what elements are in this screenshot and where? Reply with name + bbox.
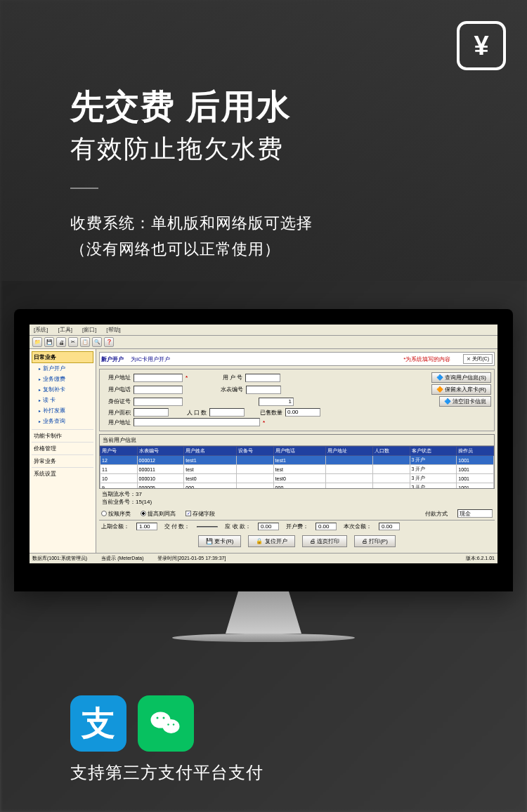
menu-system[interactable]: [系统] [34, 326, 48, 334]
query-user-button[interactable]: 🔷 查询用户信息(S) [431, 372, 491, 383]
content-panel: 新户开户 为IC卡用户开户 *为系统填写的内容 ⤫ 关闭(C) 用户地址 * 用… [96, 349, 497, 553]
toolbar-btn[interactable]: ✂ [68, 337, 78, 347]
table-header[interactable]: 客户状态 [410, 447, 457, 456]
thisamount-value: 0.00 [379, 523, 400, 530]
sidebar-item-reprint[interactable]: 补打发票 [32, 405, 93, 416]
checkbox-store[interactable]: ✓存储字段 [186, 510, 215, 518]
input-idno[interactable] [134, 398, 183, 406]
sidebar-item-copy[interactable]: 复制补卡 [32, 384, 93, 395]
sidebar-item-open[interactable]: 新户开户 [32, 363, 93, 374]
sidebar: 日常业务 新户开户 业务缴费 复制补卡 读 卡 补打发票 业务查询 功能卡制作 … [30, 349, 96, 553]
openfee-value: 0.00 [315, 523, 337, 530]
panel-subtitle: 为IC卡用户开户 [131, 355, 170, 363]
table-row[interactable]: 10000010test0test03 开户1001 [100, 474, 494, 483]
menu-window[interactable]: [窗口] [82, 326, 96, 334]
radio-order[interactable]: 按顺序类 [101, 510, 131, 518]
menu-tools[interactable]: [工具] [58, 326, 72, 334]
table-row[interactable]: 12000012test1test13 开户1001 [100, 456, 494, 465]
status-bar: 数据库(1001:系统管理员) 当提示 (MeterData) 登录时间[202… [30, 553, 497, 563]
reset-open-button[interactable]: 🔒 复位开户 [248, 535, 294, 547]
table-header[interactable]: 用户地址 [326, 447, 373, 456]
label-meterno: 水表编号 [215, 386, 243, 393]
toolbar-btn[interactable]: 💾 [44, 337, 54, 347]
table-header[interactable]: 设备号 [237, 447, 274, 456]
input-addr[interactable] [134, 374, 183, 382]
toolbar-btn[interactable]: 🔍 [92, 337, 102, 347]
input-extra[interactable]: 1 [259, 398, 294, 406]
monitor-stand [221, 591, 306, 634]
input-count[interactable]: 0.00 [285, 408, 320, 417]
table-row[interactable]: 11000011testtest3 开户1001 [100, 465, 494, 474]
close-button[interactable]: ⤫ 关闭(C) [463, 354, 493, 364]
menu-help[interactable]: [帮助] [106, 326, 120, 334]
table-cell: test [184, 465, 237, 474]
label-pop: 人 口 数 [171, 409, 207, 417]
menu-bar: [系统] [工具] [窗口] [帮助] [30, 325, 497, 336]
table-cell: 3 开户 [410, 483, 457, 490]
svg-point-1 [163, 719, 180, 733]
label-count: 已售数量 [247, 409, 282, 417]
sidebar-abnormal[interactable]: 异常业务 [32, 454, 93, 467]
toolbar-btn[interactable]: ❓ [104, 337, 114, 347]
prev-amount-value: 1.00 [136, 523, 157, 530]
pay-method-label: 付款方式 [425, 510, 448, 518]
input-userid[interactable] [245, 374, 280, 382]
table-cell [326, 456, 373, 465]
table-cell: test1 [273, 456, 326, 465]
required-mark: * [263, 419, 265, 426]
biz-no: 当前业务号：15(14) [102, 498, 492, 506]
table-title: 当前用户信息 [100, 435, 494, 446]
table-header[interactable]: 操作员 [457, 447, 494, 456]
clear-card-button[interactable]: 🔷 清空旧卡信息 [439, 396, 491, 407]
input-meterno[interactable] [246, 386, 281, 394]
totals-bar: 上期金额：1.00 交 付 数： 应 收 款：0.00 开户费：0.00 本次金… [99, 520, 495, 532]
sidebar-item-query[interactable]: 业务查询 [32, 416, 93, 426]
label-userid: 用 户 号 [214, 374, 242, 381]
paid-value[interactable] [197, 526, 218, 528]
table-cell: 1001 [457, 465, 494, 474]
page-print-button[interactable]: 🖨 连页打印 [302, 535, 347, 547]
separator [70, 188, 98, 189]
input-id2[interactable] [134, 418, 260, 426]
table-cell: 11 [100, 465, 138, 474]
table-cell: 000 [273, 483, 326, 490]
table-cell: 000011 [137, 465, 184, 474]
print-button[interactable]: 🖨 打印(P) [354, 535, 396, 547]
table-header[interactable]: 水表编号 [137, 447, 184, 456]
serial-no: 当期流水号：37 [102, 490, 492, 498]
table-cell: test1 [184, 456, 237, 465]
options-bar: 按顺序类 提高则同高 ✓存储字段 付款方式 现金 [99, 507, 495, 520]
table-cell [237, 483, 274, 490]
toolbar-btn[interactable]: 🖨 [56, 337, 66, 347]
user-table: 用户号水表编号用户姓名设备号用户电话用户地址人口数客户状态操作员 1200001… [100, 446, 494, 489]
sidebar-func-card[interactable]: 功能卡制作 [32, 429, 93, 442]
update-card-button[interactable]: 💾 更卡(R) [198, 535, 241, 547]
status-hint: 当提示 (MeterData) [101, 555, 143, 562]
table-header[interactable]: 用户电话 [273, 447, 326, 456]
table-cell: 12 [100, 456, 138, 465]
table-cell: test0 [184, 474, 237, 483]
table-header[interactable]: 用户号 [100, 447, 138, 456]
receivable-value: 0.00 [258, 523, 279, 530]
toolbar-btn[interactable]: 📋 [80, 337, 90, 347]
table-row[interactable]: 90000050000003 开户1001 [100, 483, 494, 490]
table-cell [326, 465, 373, 474]
table-header[interactable]: 人口数 [373, 447, 410, 456]
toolbar-btn[interactable]: 📁 [32, 337, 42, 347]
input-phone[interactable] [134, 386, 183, 394]
radio-raise[interactable]: 提高则同高 [141, 510, 176, 518]
table-cell: 3 开户 [410, 465, 457, 474]
form-area: 用户地址 * 用 户 号 🔷 查询用户信息(S) 用户电话 [99, 369, 495, 431]
yuan-badge: ¥ [457, 21, 506, 70]
input-pop[interactable] [209, 408, 245, 417]
sidebar-item-pay[interactable]: 业务缴费 [32, 374, 93, 384]
sidebar-settings[interactable]: 系统设置 [32, 467, 93, 480]
pay-method-select[interactable]: 现金 [457, 509, 493, 518]
sidebar-price[interactable]: 价格管理 [32, 442, 93, 454]
table-cell [373, 456, 410, 465]
input-area[interactable] [134, 408, 169, 417]
sidebar-item-read[interactable]: 读 卡 [32, 395, 93, 405]
table-header[interactable]: 用户姓名 [184, 447, 237, 456]
keep-card-button[interactable]: 🔶 保留未入库卡(R) [431, 384, 491, 395]
thisamount-label: 本次金额： [344, 523, 372, 530]
